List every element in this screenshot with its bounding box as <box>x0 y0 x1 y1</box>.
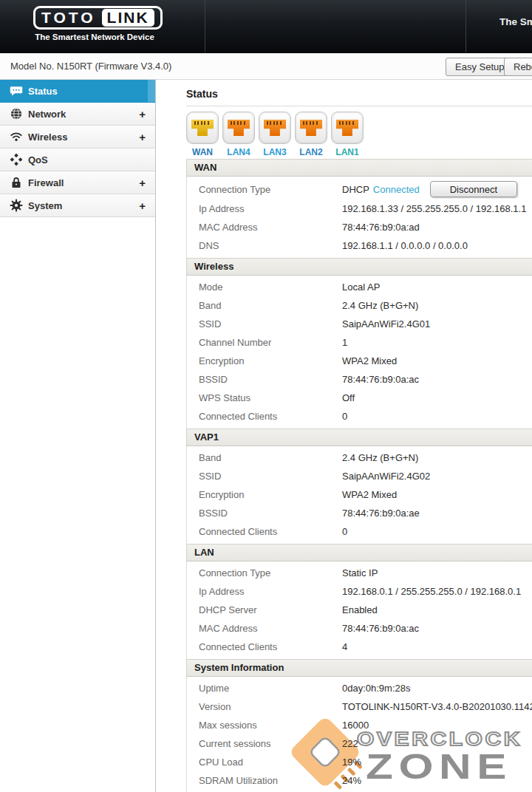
title-divider <box>186 106 532 106</box>
table-row: Version TOTOLINK-N150RT-V3.4.0-B20201030… <box>199 697 532 716</box>
row-label: Connection Type <box>199 184 342 195</box>
ethernet-port-icon <box>186 112 219 144</box>
row-label: Connected Clients <box>199 411 342 422</box>
sidebar-item-label: QoS <box>28 154 48 165</box>
table-row: Ip Address 192.168.0.1 / 255.255.255.0 /… <box>199 582 532 601</box>
port-label: LAN4 <box>227 147 250 157</box>
table-row: BSSID 78:44:76:b9:0a:ac <box>199 370 532 389</box>
row-label: SSID <box>199 471 342 482</box>
table-row: MAC Address 78:44:76:b9:0a:ac <box>199 619 532 638</box>
row-label: SDRAM Utilization <box>199 775 342 786</box>
row-value: TOTOLINK-N150RT-V3.4.0-B20201030.1142 <box>342 701 532 712</box>
row-label: Connection Type <box>199 567 342 578</box>
row-value: 4 <box>342 641 347 652</box>
gear-icon <box>10 199 23 212</box>
section-body: Mode Local AP Band 2.4 GHz (B+G+N) SSID … <box>186 276 532 429</box>
header-partial-tagline: The Sm <box>499 16 532 27</box>
table-row: Band 2.4 GHz (B+G+N) <box>199 296 532 315</box>
table-row: MAC Address 78:44:76:b9:0a:ad <box>199 218 532 236</box>
section-system-information: System Information Uptime 0day:0h:9m:28s… <box>186 659 532 792</box>
sidebar-item-qos[interactable]: QoS <box>0 148 155 171</box>
row-label: Connected Clients <box>199 641 342 652</box>
row-value: WPA2 Mixed <box>342 489 397 500</box>
expand-indicator: + <box>139 200 146 211</box>
row-label: Ip Address <box>199 586 342 597</box>
row-value: Static IP <box>342 567 378 578</box>
section-header: VAP1 <box>186 429 532 446</box>
port-lan4: LAN4 <box>222 112 255 157</box>
row-label: CPU Load <box>199 757 342 768</box>
table-row: Ip Address 192.168.1.33 / 255.255.255.0 … <box>199 199 532 218</box>
sidebar-item-status[interactable]: Status <box>0 80 155 103</box>
top-header: TOTO LINK The Smartest Network Device Th… <box>0 0 532 53</box>
section-body: Band 2.4 GHz (B+G+N) SSID SaipAAnWiFi2.4… <box>186 446 532 544</box>
row-value: 78:44:76:b9:0a:ac <box>342 623 419 634</box>
port-wan: WAN <box>186 112 219 157</box>
connection-type-value: DHCP <box>342 184 369 195</box>
section-body: Uptime 0day:0h:9m:28s Version TOTOLINK-N… <box>186 677 532 792</box>
logo-text-link: LINK <box>102 9 154 27</box>
sidebar-item-label: Network <box>28 109 66 120</box>
disconnect-button[interactable]: Disconnect <box>430 181 517 197</box>
logo-tagline: The Smartest Network Device <box>33 33 156 41</box>
row-label: Encryption <box>199 489 342 500</box>
row-label: Encryption <box>199 355 342 366</box>
lock-icon <box>10 176 23 189</box>
row-value: 78:44:76:b9:0a:ae <box>342 508 420 519</box>
reboot-button[interactable]: Reboot <box>504 58 532 76</box>
table-row: Connection Type DHCP Connected Disconnec… <box>199 179 532 199</box>
row-label: DNS <box>199 240 342 251</box>
expand-indicator: + <box>139 177 146 188</box>
wifi-icon <box>10 130 23 143</box>
sidebar-item-system[interactable]: System + <box>0 194 155 217</box>
row-label: Band <box>199 452 342 463</box>
port-lan2: LAN2 <box>295 112 327 157</box>
section-vap1: VAP1 Band 2.4 GHz (B+G+N) SSID SaipAAnWi… <box>186 429 532 544</box>
port-status-row: WAN LAN4 LAN3 LAN2 LAN1 <box>186 112 532 157</box>
row-value: 0day:0h:9m:28s <box>342 683 411 694</box>
section-body: Connection Type Static IP Ip Address 192… <box>186 561 532 659</box>
row-value: SaipAAnWiFi2.4G02 <box>342 471 430 482</box>
logo-text-toto: TOTO <box>41 9 96 27</box>
model-number-label: Model No. N150RT (Firmware V3.4.0) <box>10 53 171 79</box>
globe-icon <box>10 107 23 120</box>
section-header: System Information <box>186 659 532 677</box>
ethernet-port-icon <box>259 112 291 144</box>
row-value: SaipAAnWiFi2.4G01 <box>342 318 430 330</box>
row-label: MAC Address <box>199 222 342 233</box>
table-row: Connected Clients 4 <box>199 638 532 656</box>
ethernet-port-icon <box>331 112 364 144</box>
port-lan1: LAN1 <box>331 112 364 157</box>
table-row: Band 2.4 GHz (B+G+N) <box>199 448 532 467</box>
sidebar-item-network[interactable]: Network + <box>0 103 155 126</box>
sidebar-item-wireless[interactable]: Wireless + <box>0 126 155 148</box>
row-value: 2.4 GHz (B+G+N) <box>342 452 418 463</box>
page-title: Status <box>186 89 532 100</box>
row-label: Band <box>199 300 342 311</box>
port-lan3: LAN3 <box>259 112 291 157</box>
row-value: 222 <box>342 738 358 749</box>
row-value: Off <box>342 392 355 403</box>
expand-indicator: + <box>139 132 146 143</box>
row-value: 0 <box>342 411 347 422</box>
table-row: SSID SaipAAnWiFi2.4G02 <box>199 467 532 485</box>
table-row: Channel Number 1 <box>199 333 532 352</box>
ethernet-port-icon <box>295 112 327 144</box>
row-label: MAC Address <box>199 623 342 634</box>
table-row: Connection Type Static IP <box>199 564 532 582</box>
row-label: Channel Number <box>199 337 342 348</box>
table-row: SDRAM Utilization 24% <box>199 771 532 790</box>
expand-indicator: + <box>139 109 146 120</box>
sidebar-item-label: Firewall <box>28 177 64 188</box>
section-wan: WAN Connection Type DHCP Connected Disco… <box>186 159 532 258</box>
header-divider <box>205 0 205 52</box>
sidebar-item-firewall[interactable]: Firewall + <box>0 171 155 194</box>
section-body: Connection Type DHCP Connected Disconnec… <box>186 177 532 258</box>
table-row: Connected Clients 0 <box>199 407 532 426</box>
row-value: 2.4 GHz (B+G+N) <box>342 300 418 311</box>
row-value: 78:44:76:b9:0a:ad <box>342 222 420 233</box>
table-row: Connected Clients 0 <box>199 522 532 541</box>
logo-box: TOTO LINK <box>33 6 163 30</box>
section-wireless: Wireless Mode Local AP Band 2.4 GHz (B+G… <box>186 258 532 429</box>
table-row: Encryption WPA2 Mixed <box>199 352 532 370</box>
